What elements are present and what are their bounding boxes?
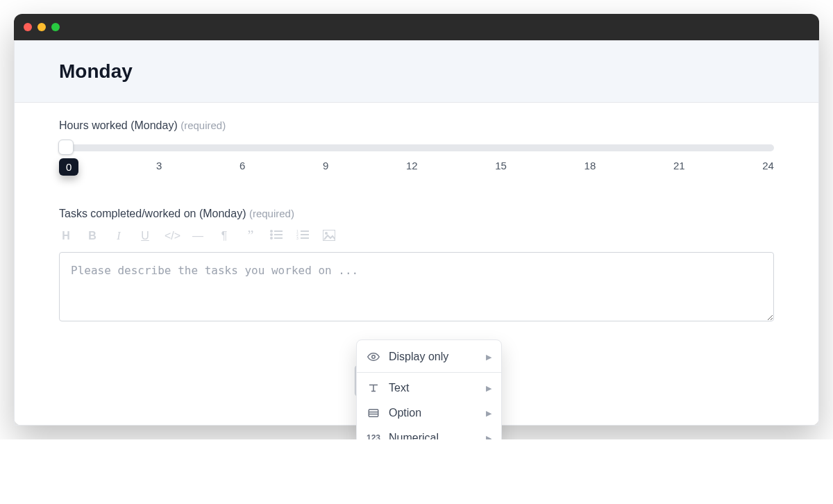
- eye-icon: [367, 351, 380, 363]
- chevron-right-icon: ▶: [486, 434, 491, 440]
- app-window: Monday Hours worked (Monday) (required) …: [14, 14, 819, 426]
- svg-point-13: [325, 232, 328, 235]
- menu-separator: [357, 372, 501, 373]
- hours-worked-required: (required): [180, 119, 226, 131]
- menu-item-label: Display only: [389, 351, 448, 363]
- svg-rect-16: [369, 410, 378, 417]
- menu-item-numerical[interactable]: 123Numerical▶: [357, 426, 501, 439]
- text-icon: [367, 382, 380, 394]
- menu-item-display-only[interactable]: Display only▶: [357, 344, 501, 369]
- chevron-right-icon: ▶: [486, 384, 491, 393]
- slider-tick: 15: [495, 160, 507, 177]
- svg-text:3: 3: [296, 236, 298, 240]
- hours-slider[interactable]: 03691215182124: [59, 144, 774, 177]
- code-icon[interactable]: </>: [165, 230, 178, 242]
- pilcrow-icon[interactable]: ¶: [217, 230, 231, 242]
- slider-tick: 18: [584, 160, 596, 177]
- chevron-right-icon: ▶: [486, 353, 491, 362]
- svg-rect-1: [274, 230, 283, 232]
- slider-tick: 6: [239, 160, 245, 177]
- page-title: Monday: [59, 60, 774, 83]
- window-close-icon[interactable]: [24, 23, 32, 31]
- menu-item-label: Numerical: [389, 432, 439, 439]
- tasks-label: Tasks completed/worked on (Monday) (requ…: [59, 208, 774, 220]
- window-minimize-icon[interactable]: [37, 23, 46, 31]
- tasks-required: (required): [249, 208, 294, 219]
- svg-point-2: [270, 233, 273, 236]
- hours-worked-field: Hours worked (Monday) (required) 0369121…: [59, 119, 774, 177]
- svg-point-0: [270, 230, 273, 233]
- content: Monday Hours worked (Monday) (required) …: [14, 40, 819, 426]
- tasks-label-text: Tasks completed/worked on (Monday): [59, 208, 246, 219]
- slider-tick: 3: [156, 160, 162, 177]
- quote-icon[interactable]: ”: [244, 230, 258, 242]
- slider-thumb[interactable]: [58, 140, 74, 155]
- svg-point-4: [270, 237, 273, 240]
- numerical-icon: 123: [367, 433, 380, 439]
- slider-tick: 9: [323, 160, 328, 177]
- window-maximize-icon[interactable]: [51, 23, 60, 31]
- svg-rect-5: [274, 237, 283, 239]
- hours-worked-label-text: Hours worked (Monday): [59, 119, 178, 131]
- option-icon: [367, 407, 380, 419]
- menu-item-label: Option: [389, 407, 421, 419]
- titlebar: [14, 14, 819, 40]
- editor-toolbar: H B I U </> — ¶ ” 123: [59, 230, 774, 242]
- svg-rect-9: [301, 234, 309, 235]
- italic-icon[interactable]: I: [112, 230, 126, 242]
- slider-tick: 24: [762, 160, 774, 177]
- svg-rect-3: [274, 234, 283, 235]
- tasks-textarea[interactable]: [59, 252, 774, 321]
- slider-value-badge: 0: [59, 158, 78, 176]
- heading-icon[interactable]: H: [59, 230, 73, 242]
- slider-tick: 21: [673, 160, 685, 177]
- tasks-field: Tasks completed/worked on (Monday) (requ…: [59, 208, 774, 324]
- menu-item-label: Text: [389, 382, 409, 394]
- bullet-list-icon[interactable]: [270, 230, 284, 242]
- chevron-right-icon: ▶: [486, 409, 491, 418]
- underline-icon[interactable]: U: [138, 230, 152, 242]
- svg-rect-11: [301, 237, 309, 239]
- form-body: Hours worked (Monday) (required) 0369121…: [15, 103, 818, 425]
- hr-icon[interactable]: —: [191, 230, 205, 242]
- menu-item-option[interactable]: Option▶: [357, 401, 501, 426]
- hours-worked-label: Hours worked (Monday) (required): [59, 119, 774, 132]
- numbered-list-icon[interactable]: 123: [296, 230, 310, 242]
- menu-item-text[interactable]: Text▶: [357, 376, 501, 401]
- element-type-menu[interactable]: Display only▶Text▶Option▶123Numerical▶Ca…: [356, 339, 502, 439]
- bold-icon[interactable]: B: [85, 230, 99, 242]
- page-header: Monday: [15, 41, 818, 103]
- slider-track[interactable]: [59, 144, 774, 151]
- svg-point-15: [372, 355, 376, 359]
- slider-ticks: 03691215182124: [59, 160, 774, 177]
- slider-tick: 12: [406, 160, 418, 177]
- image-icon[interactable]: [323, 230, 337, 242]
- svg-rect-7: [301, 230, 309, 232]
